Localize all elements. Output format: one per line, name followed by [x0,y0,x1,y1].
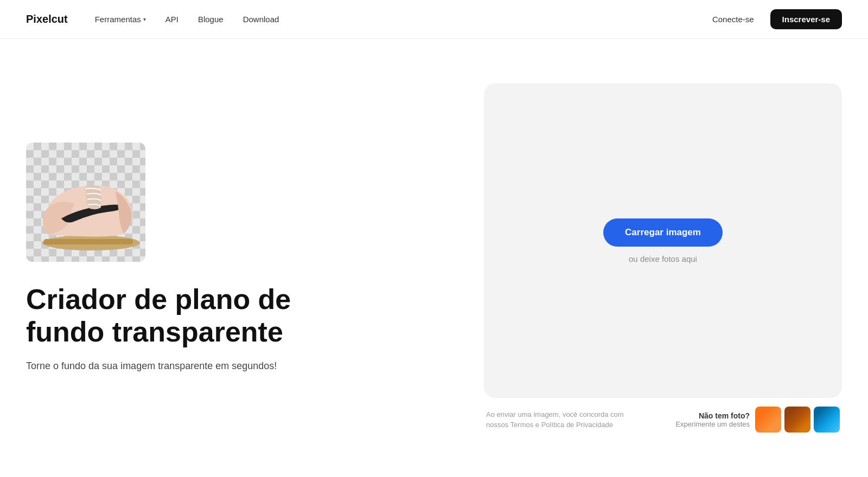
sample-title: Não tem foto? [699,411,750,420]
nav-actions: Conecte-se Inscrever-se [703,9,842,29]
sample-labels: Não tem foto? Experimente um destes [675,411,750,428]
shoe-svg [31,159,140,256]
svg-rect-1 [43,239,133,244]
sample-section: Não tem foto? Experimente um destes [675,407,840,433]
nav-links: Ferramentas ▾ API Blogue Download [87,10,703,28]
upload-dropzone[interactable]: Carregar imagem ou deixe fotos aqui [484,83,842,398]
bottom-info: Ao enviar uma imagem, você concorda com … [484,407,842,433]
chevron-down-icon: ▾ [143,16,146,22]
conecte-button[interactable]: Conecte-se [703,10,764,28]
upload-button[interactable]: Carregar imagem [603,218,723,247]
right-panel: Carregar imagem ou deixe fotos aqui Ao e… [484,39,842,477]
hero-subtitle: Torne o fundo da sua imagem transparente… [26,359,286,373]
nav-api[interactable]: API [158,10,186,28]
hero-title: Criador de plano de fundo transparente [26,283,330,349]
sample-thumbnails [755,407,840,433]
sample-thumb-2[interactable] [784,407,810,433]
sample-subtitle: Experimente um destes [675,420,750,428]
sample-thumb-3[interactable] [814,407,840,433]
navbar: Pixelcut Ferramentas ▾ API Blogue Downlo… [0,0,868,39]
hero-image [26,143,145,262]
nav-ferramentas[interactable]: Ferramentas ▾ [87,10,154,28]
drop-hint: ou deixe fotos aqui [629,254,697,263]
terms-text: Ao enviar uma imagem, você concorda com … [486,409,638,430]
main-layout: Criador de plano de fundo transparente T… [0,39,868,477]
sample-thumb-1[interactable] [755,407,781,433]
left-panel: Criador de plano de fundo transparente T… [26,39,484,477]
logo[interactable]: Pixelcut [26,13,68,25]
nav-blogue[interactable]: Blogue [190,10,231,28]
nav-download[interactable]: Download [235,10,287,28]
inscrever-button[interactable]: Inscrever-se [770,9,842,29]
